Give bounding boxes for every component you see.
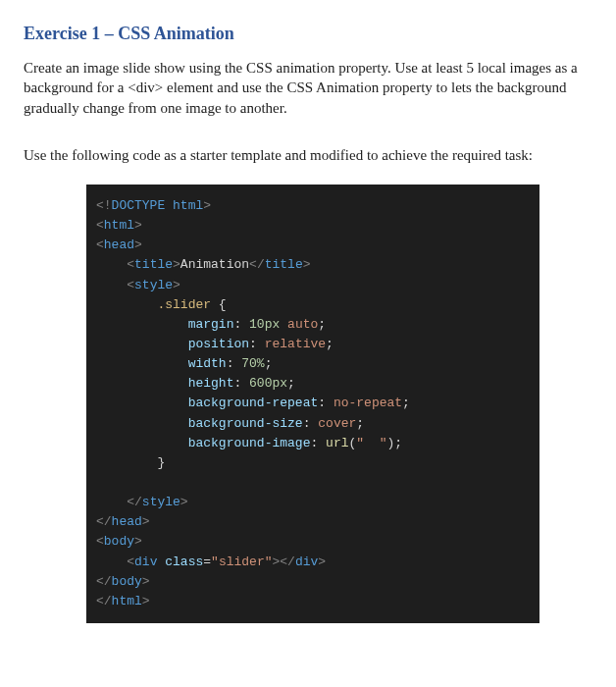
code-token: } bbox=[157, 455, 165, 470]
code-token: no-repeat bbox=[334, 396, 402, 410]
code-token: "slider" bbox=[211, 555, 272, 569]
code-token: > bbox=[142, 594, 150, 608]
code-token: ; bbox=[402, 396, 410, 410]
code-token: background-size bbox=[188, 416, 303, 431]
code-token: </ bbox=[96, 594, 112, 608]
code-token: < bbox=[96, 218, 104, 233]
code-token: > bbox=[134, 218, 142, 233]
code-token: </ bbox=[96, 514, 112, 529]
code-token: div bbox=[295, 555, 318, 569]
code-token: 70% bbox=[241, 356, 264, 371]
code-token: ; bbox=[318, 317, 326, 332]
code-token: : bbox=[310, 436, 318, 450]
code-token: = bbox=[203, 555, 211, 569]
code-token: > bbox=[318, 555, 326, 569]
code-token: ; bbox=[326, 337, 334, 351]
code-token: url bbox=[326, 436, 348, 450]
code-token: </ bbox=[127, 495, 142, 509]
code-token: relative bbox=[265, 337, 326, 351]
code-token: html bbox=[104, 218, 134, 233]
code-token: ; bbox=[356, 416, 364, 431]
code-token: class bbox=[165, 555, 203, 569]
code-token: height bbox=[188, 376, 234, 391]
code-token: html bbox=[173, 198, 203, 213]
code-token: 600px bbox=[249, 376, 287, 391]
code-token: < bbox=[127, 555, 134, 569]
code-token: > bbox=[203, 198, 211, 213]
paragraph-1: Create an image slide show using the CSS… bbox=[24, 58, 592, 118]
code-token: > bbox=[142, 514, 150, 529]
code-token: ; bbox=[394, 436, 402, 450]
code-token: > bbox=[173, 257, 180, 272]
code-token: < bbox=[96, 238, 104, 252]
code-token: : bbox=[249, 337, 257, 351]
code-token: <! bbox=[96, 198, 112, 213]
code-token: width bbox=[188, 356, 227, 371]
code-token: background-repeat bbox=[188, 396, 319, 410]
code-token: < bbox=[127, 257, 134, 272]
code-token: title bbox=[134, 257, 173, 272]
code-token: position bbox=[188, 337, 249, 351]
code-token: : bbox=[318, 396, 326, 410]
code-token bbox=[364, 436, 380, 450]
code-token: > bbox=[134, 238, 142, 252]
code-token: body bbox=[112, 574, 142, 589]
code-token: margin bbox=[188, 317, 234, 332]
code-token: cover bbox=[318, 416, 356, 431]
exercise-heading: Exercise 1 – CSS Animation bbox=[24, 24, 592, 44]
code-token: head bbox=[112, 514, 142, 529]
code-token: auto bbox=[287, 317, 318, 332]
code-token: { bbox=[219, 297, 227, 312]
code-token: .slider bbox=[157, 297, 211, 312]
code-token bbox=[165, 198, 173, 213]
code-token: < bbox=[127, 278, 134, 292]
code-token: > bbox=[303, 257, 311, 272]
code-token: ; bbox=[265, 356, 273, 371]
code-block: <!DOCTYPE html> <html> <head> <title>Ani… bbox=[86, 185, 539, 623]
code-token: </ bbox=[280, 555, 295, 569]
code-token: style bbox=[134, 278, 173, 292]
code-token: style bbox=[142, 495, 180, 509]
code-token: > bbox=[134, 534, 142, 549]
code-token: body bbox=[104, 534, 134, 549]
code-token: : bbox=[233, 376, 241, 391]
code-token: > bbox=[142, 574, 150, 589]
code-token: " bbox=[356, 436, 364, 450]
code-token: DOCTYPE bbox=[112, 198, 166, 213]
code-token: > bbox=[173, 278, 180, 292]
code-token: < bbox=[96, 534, 104, 549]
code-token: : bbox=[303, 416, 311, 431]
code-token: " bbox=[380, 436, 387, 450]
code-token: : bbox=[227, 356, 234, 371]
code-token: Animation bbox=[180, 257, 249, 272]
code-token: head bbox=[104, 238, 134, 252]
code-token: ; bbox=[287, 376, 295, 391]
code-token: </ bbox=[249, 257, 265, 272]
code-token: > bbox=[180, 495, 188, 509]
code-token: background-image bbox=[188, 436, 311, 450]
code-token: : bbox=[233, 317, 241, 332]
code-token: </ bbox=[96, 574, 112, 589]
code-token: div bbox=[134, 555, 157, 569]
code-token: title bbox=[265, 257, 303, 272]
code-token: html bbox=[112, 594, 142, 608]
paragraph-2: Use the following code as a starter temp… bbox=[24, 145, 592, 165]
code-token: 10px bbox=[249, 317, 280, 332]
